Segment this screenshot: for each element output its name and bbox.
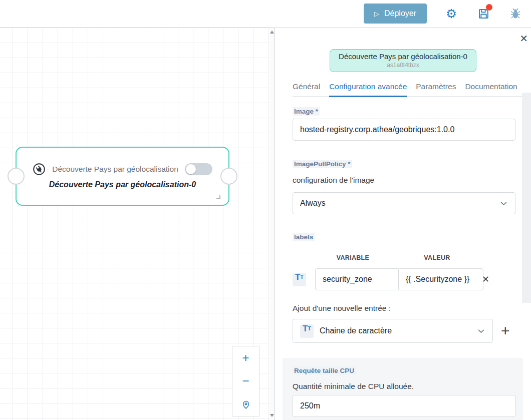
entry-type-value: Chaine de caractère xyxy=(320,326,471,335)
fit-view-button[interactable] xyxy=(232,393,259,416)
node-title: Découverte Pays par géolocalisation xyxy=(52,165,178,174)
text-type-icon: T T xyxy=(300,324,314,338)
add-entry-label: Ajout d'une nouvelle entrée : xyxy=(293,304,515,313)
add-entry-row: T T Chaine de caractère + xyxy=(293,319,515,343)
chevron-down-icon xyxy=(499,199,508,208)
config-panel: ✕ Découverte Pays par géolocalisation-0 … xyxy=(275,28,531,420)
settings-button[interactable]: ⚙ xyxy=(444,6,459,21)
badge-title: Découverte Pays par géolocalisation-0 xyxy=(339,52,467,61)
column-header-variable: VARIABLE xyxy=(315,254,391,261)
node-badge: Découverte Pays par géolocalisation-0 as… xyxy=(330,49,476,72)
panel-scrollbar-thumb[interactable] xyxy=(522,93,531,303)
node-input-port[interactable] xyxy=(8,168,25,185)
save-button[interactable] xyxy=(476,6,491,21)
image-pull-policy-description: configuration de l'image xyxy=(293,176,515,185)
debug-button[interactable] xyxy=(508,6,523,21)
labels-section: labels VARIABLE VALEUR T T ✕ Ajout d'une… xyxy=(293,232,515,343)
image-pull-policy-value: Always xyxy=(300,199,499,208)
chevron-down-icon xyxy=(477,327,485,335)
topbar: ▷ Déployer ⚙ xyxy=(0,0,531,28)
panel-scrollbar[interactable] xyxy=(522,93,531,420)
gear-icon: ⚙ xyxy=(446,8,457,20)
add-entry-button[interactable]: + xyxy=(501,323,510,338)
node-card[interactable]: Découverte Pays par géolocalisation Déco… xyxy=(16,147,229,206)
zoom-controls: + − xyxy=(232,346,259,416)
zoom-in-button[interactable]: + xyxy=(232,346,259,369)
deploy-button[interactable]: ▷ Déployer xyxy=(364,4,427,24)
image-section: Image * xyxy=(293,107,515,141)
plug-icon xyxy=(33,163,46,176)
panel-content: Image * ImagePullPolicy * configuration … xyxy=(293,107,515,420)
main-area: Découverte Pays par géolocalisation Déco… xyxy=(0,28,531,420)
play-icon: ▷ xyxy=(374,11,379,17)
close-button[interactable]: ✕ xyxy=(519,33,528,45)
bug-icon xyxy=(509,8,521,20)
image-pull-policy-section: ImagePullPolicy * configuration de l'ima… xyxy=(293,159,515,214)
labels-table: VARIABLE VALEUR T T ✕ xyxy=(293,254,515,290)
entry-type-select[interactable]: T T Chaine de caractère xyxy=(293,319,493,343)
node-toggle[interactable] xyxy=(185,163,212,175)
resize-handle-icon[interactable] xyxy=(216,195,220,199)
node-subtitle: Découverte Pays par géolocalisation-0 xyxy=(17,180,228,189)
image-pull-policy-label: ImagePullPolicy * xyxy=(293,160,352,168)
labels-label: labels xyxy=(293,233,315,241)
node-output-port[interactable] xyxy=(220,168,237,185)
image-pull-policy-select[interactable]: Always xyxy=(293,192,515,214)
tab-documentation[interactable]: Documentation xyxy=(465,82,517,96)
scroll-down-icon[interactable] xyxy=(270,414,274,417)
remove-row-button[interactable]: ✕ xyxy=(482,274,488,285)
tab-configuration-avancee[interactable]: Configuration avancée xyxy=(329,82,407,97)
cpu-request-description: Quantité minimale de CPU allouée. xyxy=(293,382,515,391)
label-value-input[interactable] xyxy=(398,268,483,290)
image-input[interactable] xyxy=(293,119,515,141)
canvas-scrollbar[interactable] xyxy=(270,28,275,420)
notification-dot xyxy=(486,4,492,11)
node-header: Découverte Pays par géolocalisation xyxy=(17,163,228,176)
column-header-valeur: VALEUR xyxy=(398,254,476,261)
cpu-request-section: Requête taille CPU Quantité minimale de … xyxy=(283,358,523,420)
tab-general[interactable]: Général xyxy=(293,82,320,96)
deploy-label: Déployer xyxy=(384,9,416,18)
tabs: Général Configuration avancée Paramètres… xyxy=(293,82,531,97)
image-label: Image * xyxy=(293,107,320,116)
cpu-request-input[interactable] xyxy=(293,395,515,417)
scroll-up-icon[interactable] xyxy=(270,31,274,34)
toggle-knob xyxy=(186,164,196,174)
tab-parametres[interactable]: Paramètres xyxy=(416,82,456,96)
zoom-out-button[interactable]: − xyxy=(232,369,259,392)
flow-canvas[interactable]: Découverte Pays par géolocalisation Déco… xyxy=(0,28,270,420)
text-type-icon: T T xyxy=(293,273,306,286)
label-variable-input[interactable] xyxy=(315,268,400,290)
badge-id: as1a0t4tbzx xyxy=(339,62,467,69)
location-pin-icon xyxy=(241,399,251,409)
cpu-request-label: Requête taille CPU xyxy=(293,366,356,375)
